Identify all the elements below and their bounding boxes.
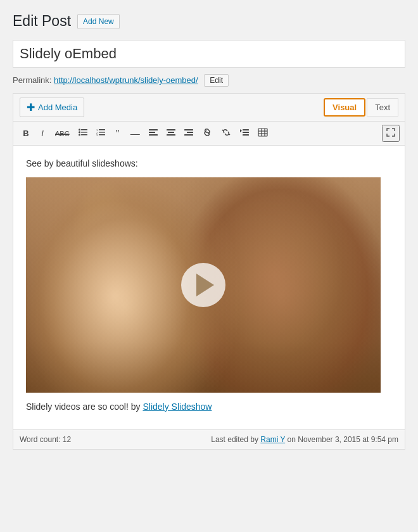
svg-marker-27 — [240, 129, 242, 132]
svg-rect-6 — [99, 129, 105, 130]
toolbar-ol[interactable]: 1 2 3 — [92, 126, 109, 141]
svg-rect-2 — [81, 134, 87, 136]
permalink-row: Permalink: http://localhost/wptrunk/slid… — [13, 74, 405, 87]
svg-rect-24 — [243, 129, 249, 130]
svg-rect-20 — [184, 134, 193, 136]
svg-rect-0 — [81, 129, 87, 130]
post-title-input[interactable] — [13, 40, 405, 68]
strikethrough-label: ABC — [55, 130, 70, 137]
svg-rect-13 — [149, 132, 155, 133]
word-count: Word count: 12 — [20, 435, 71, 444]
last-edited-label: Last edited by — [211, 435, 258, 444]
play-icon — [196, 274, 214, 296]
page-title: Edit Post — [13, 13, 71, 30]
svg-rect-12 — [149, 129, 158, 130]
caption-prefix: Slidely videos are so cool! by — [26, 402, 141, 412]
view-tabs: Visual Text — [324, 98, 398, 117]
svg-rect-18 — [184, 129, 193, 130]
add-media-label: Add Media — [38, 103, 77, 112]
svg-rect-16 — [168, 132, 174, 133]
toolbar-link[interactable] — [198, 126, 216, 141]
svg-rect-7 — [99, 132, 105, 133]
svg-rect-8 — [99, 134, 105, 136]
svg-rect-25 — [243, 132, 249, 133]
editor-area: ✚ Add Media Visual Text B I ABC — [13, 93, 405, 450]
toolbar-bold[interactable]: B — [18, 126, 34, 141]
toolbar-strikethrough[interactable]: ABC — [51, 126, 73, 141]
svg-point-4 — [79, 131, 80, 133]
editor-intro-text: See by beautiful slideshows: — [26, 158, 392, 168]
toolbar-unlink[interactable] — [217, 126, 235, 141]
last-edited-user[interactable]: Rami Y — [260, 435, 285, 444]
toolbar-italic[interactable]: I — [35, 126, 50, 141]
toolbar-indent[interactable] — [236, 126, 253, 141]
toolbar-expand-button[interactable] — [382, 125, 400, 142]
toolbar-ul[interactable] — [75, 126, 91, 141]
svg-point-3 — [79, 129, 80, 130]
editor-toolbar: B I ABC 1 — [13, 122, 405, 146]
text-tab[interactable]: Text — [367, 98, 398, 117]
last-edited-date: on November 3, 2015 at 9:54 pm — [288, 435, 398, 444]
add-new-button[interactable]: Add New — [77, 14, 120, 29]
svg-rect-28 — [258, 129, 267, 136]
visual-tab[interactable]: Visual — [324, 98, 365, 117]
caption-link[interactable]: Slidely Slideshow — [142, 402, 212, 412]
svg-rect-26 — [243, 134, 249, 136]
caption-text: Slidely videos are so cool! by Slidely S… — [26, 402, 392, 412]
toolbar-align-left[interactable] — [145, 126, 162, 141]
svg-rect-17 — [167, 134, 175, 136]
add-media-button[interactable]: ✚ Add Media — [20, 98, 84, 117]
editor-topbar: ✚ Add Media Visual Text — [13, 94, 405, 122]
last-edited: Last edited by Rami Y on November 3, 201… — [211, 435, 398, 444]
permalink-url[interactable]: http://localhost/wptrunk/slidely-oembed/ — [54, 75, 198, 85]
add-media-icon: ✚ — [27, 101, 35, 113]
toolbar-blockquote[interactable]: " — [110, 125, 125, 142]
toolbar-hr[interactable]: — — [127, 125, 144, 141]
permalink-label: Permalink: — [13, 75, 51, 85]
editor-footer: Word count: 12 Last edited by Rami Y on … — [13, 429, 405, 449]
permalink-edit-button[interactable]: Edit — [204, 74, 229, 87]
editor-content[interactable]: See by beautiful slideshows: — [13, 146, 405, 429]
svg-rect-19 — [187, 132, 193, 133]
play-button[interactable] — [181, 263, 225, 307]
svg-text:3: 3 — [96, 134, 98, 137]
slideshow-embed[interactable] — [26, 177, 381, 393]
toolbar-align-right[interactable] — [180, 126, 197, 141]
toolbar-table[interactable] — [254, 125, 272, 141]
svg-rect-15 — [167, 129, 175, 130]
svg-rect-14 — [149, 134, 158, 136]
svg-point-5 — [79, 134, 80, 136]
toolbar-align-center[interactable] — [163, 126, 179, 141]
svg-rect-1 — [81, 132, 87, 133]
